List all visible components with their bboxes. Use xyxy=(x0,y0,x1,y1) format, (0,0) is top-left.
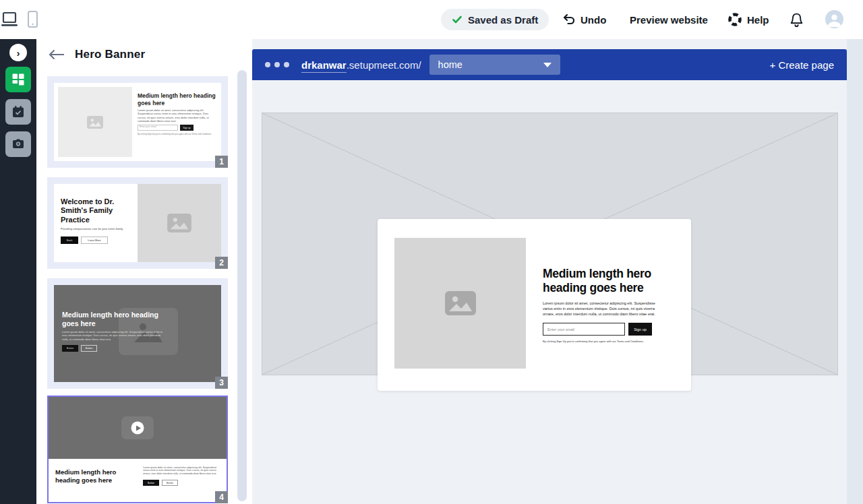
desktop-view-button[interactable] xyxy=(0,11,19,30)
template-body: Lorem ipsum dolor sit amet, consectetur … xyxy=(143,466,220,476)
book-button-mini: Book xyxy=(61,237,78,244)
template-card-2[interactable]: Welcome to Dr. Smith's Family Practice P… xyxy=(47,177,228,269)
section-placeholder[interactable]: Medium length hero heading goes here Lor… xyxy=(262,113,838,375)
hero-fine-print: By clicking Sign Up you're confirming th… xyxy=(543,340,664,345)
camera-icon xyxy=(11,138,25,150)
app: Saved as Draft Undo Preview website Help xyxy=(0,0,863,504)
calendar-check-icon xyxy=(11,105,25,119)
hero-body[interactable]: Lorem ipsum dolor sit amet, consectetur … xyxy=(543,301,664,318)
hero-image-placeholder[interactable] xyxy=(394,238,526,369)
template-panel: Hero Banner Medium length hero heading g… xyxy=(36,39,252,504)
template-3-preview: Medium length hero heading goes here Lor… xyxy=(54,285,221,382)
notifications-button[interactable] xyxy=(790,0,804,39)
help-label: Help xyxy=(747,14,769,26)
fine-print: By clicking Sign Up you're confirming th… xyxy=(138,133,212,135)
button-mini: Button xyxy=(143,480,159,486)
template-subheading: Providing compassionate care for your en… xyxy=(61,227,132,230)
panel-header: Hero Banner xyxy=(36,39,252,70)
template-heading: Medium length hero heading goes here xyxy=(62,311,165,328)
sidebar-collapse-button[interactable]: › xyxy=(9,44,27,61)
browser-dots-icon xyxy=(265,62,289,67)
chevron-down-icon xyxy=(543,63,552,67)
image-placeholder xyxy=(138,184,221,262)
button-mini: Button xyxy=(81,345,97,352)
hero-heading[interactable]: Medium length hero heading goes here xyxy=(543,267,667,295)
template-4-preview: Medium length hero heading goes here Lor… xyxy=(49,397,227,502)
learn-more-button-mini: Learn More xyxy=(81,237,108,244)
status-badge-label: Saved as Draft xyxy=(468,14,538,26)
device-toggle xyxy=(0,10,38,30)
image-placeholder xyxy=(58,87,132,157)
sidebar-item-bookings[interactable] xyxy=(5,99,31,125)
page-dropdown[interactable]: home xyxy=(429,55,560,75)
check-icon xyxy=(452,14,463,25)
email-input[interactable] xyxy=(543,323,625,336)
page-dropdown-value: home xyxy=(438,59,463,70)
button-mini: Button xyxy=(162,480,178,486)
template-body: Lorem ipsum dolor sit amet, consectetur … xyxy=(62,330,165,341)
template-number-badge: 1 xyxy=(215,156,228,168)
bell-icon xyxy=(790,12,804,28)
preview-website-button[interactable]: Preview website xyxy=(630,0,708,39)
hero-banner-block[interactable]: Medium length hero heading goes here Lor… xyxy=(378,219,691,391)
template-number-badge: 3 xyxy=(215,377,228,389)
undo-button[interactable]: Undo xyxy=(562,0,606,39)
image-icon xyxy=(445,291,476,315)
template-heading: Welcome to Dr. Smith's Family Practice xyxy=(61,197,132,224)
help-button[interactable]: Help xyxy=(727,0,769,39)
editor-canvas: drkanwar.setupmeet.com/ home + Create pa… xyxy=(252,39,847,504)
mobile-icon xyxy=(27,10,38,30)
user-avatar[interactable] xyxy=(825,10,843,28)
template-heading: Medium length hero heading goes here xyxy=(55,468,135,486)
template-card-4-selected[interactable]: Medium length hero heading goes here Lor… xyxy=(47,396,228,503)
template-card-1[interactable]: Medium length hero heading goes here Lor… xyxy=(47,76,228,168)
canvas-scroll-area[interactable] xyxy=(847,39,863,504)
chevron-right-icon: › xyxy=(17,47,20,59)
site-domain: .setupmeet.com/ xyxy=(347,59,421,71)
email-input-mini: Enter your email xyxy=(138,125,178,131)
sidebar-item-sections[interactable] xyxy=(5,67,31,92)
back-button[interactable] xyxy=(49,49,65,60)
signup-button-mini: Sign up xyxy=(180,125,194,131)
image-icon xyxy=(167,214,191,232)
site-url[interactable]: drkanwar.setupmeet.com/ xyxy=(301,59,421,71)
template-2-preview: Welcome to Dr. Smith's Family Practice P… xyxy=(54,184,221,262)
site-subdomain[interactable]: drkanwar xyxy=(301,59,347,73)
main-sidebar: › xyxy=(0,39,36,504)
desktop-icon xyxy=(0,11,19,30)
top-bar: Saved as Draft Undo Preview website Help xyxy=(0,0,863,39)
grid-icon xyxy=(11,73,25,86)
image-icon xyxy=(87,116,103,129)
template-number-badge: 2 xyxy=(215,257,228,269)
template-card-3[interactable]: Medium length hero heading goes here Lor… xyxy=(47,278,228,389)
hero-signup-form: Sign up xyxy=(543,323,652,336)
video-placeholder xyxy=(49,397,227,459)
undo-label: Undo xyxy=(581,14,606,26)
template-number-badge: 4 xyxy=(215,491,228,503)
preview-website-label: Preview website xyxy=(630,14,708,26)
play-button-icon xyxy=(121,416,154,439)
create-page-button[interactable]: + Create page xyxy=(770,59,835,71)
status-badge: Saved as Draft xyxy=(441,9,549,30)
template-body: Lorem ipsum dolor sit amet, consectetur … xyxy=(138,108,217,123)
template-1-preview: Medium length hero heading goes here Lor… xyxy=(54,83,221,161)
lifebuoy-icon xyxy=(727,12,742,27)
signup-button[interactable]: Sign up xyxy=(628,323,652,336)
template-heading: Medium length hero heading goes here xyxy=(138,92,217,106)
mobile-view-button[interactable] xyxy=(27,10,38,30)
panel-scrollbar[interactable] xyxy=(237,70,247,501)
undo-icon xyxy=(562,13,576,26)
page-title: Hero Banner xyxy=(75,48,145,61)
button-mini: Button xyxy=(62,345,78,352)
browser-bar: drkanwar.setupmeet.com/ home + Create pa… xyxy=(252,49,847,80)
hero-text-column: Medium length hero heading goes here Lor… xyxy=(543,267,667,361)
template-list: Medium length hero heading goes here Lor… xyxy=(47,76,228,503)
sidebar-item-media[interactable] xyxy=(5,131,31,157)
